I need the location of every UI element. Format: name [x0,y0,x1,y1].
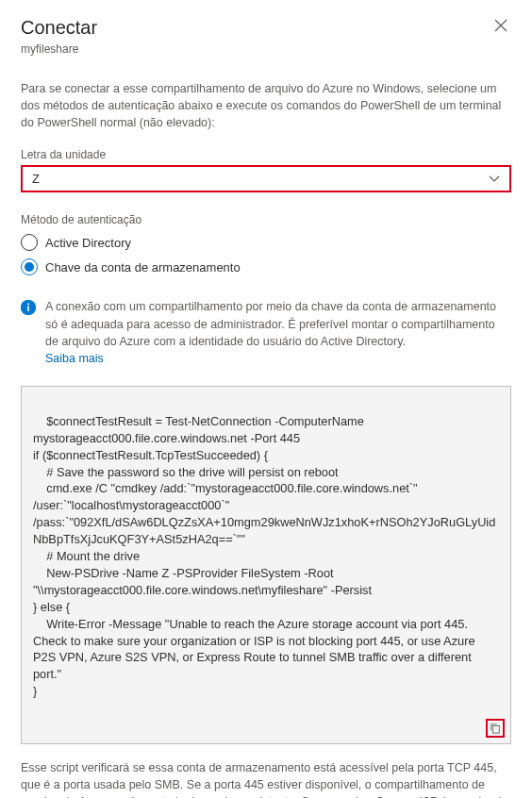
footer-text-a: Esse script verificará se essa conta de … [21,761,508,798]
copy-icon [490,723,501,734]
script-box: $connectTestResult = Test-NetConnection … [21,386,511,744]
radio-icon [21,258,38,275]
radio-icon [21,234,38,251]
script-content: $connectTestResult = Test-NetConnection … [33,414,495,699]
drive-select[interactable]: Z [21,165,511,192]
auth-option-key[interactable]: Chave da conta de armazenamento [21,258,511,275]
svg-rect-3 [492,725,499,733]
auth-option-ad-label: Active Directory [45,236,131,250]
footer-paragraph: Esse script verificará se essa conta de … [21,759,511,798]
panel-title: Conectar [21,17,97,39]
svg-rect-2 [27,304,29,306]
svg-rect-1 [27,307,29,312]
auth-option-key-label: Chave da conta de armazenamento [45,260,241,274]
chevron-down-icon [489,173,500,186]
auth-label: Método de autenticação [21,213,511,226]
close-icon [494,19,507,32]
copy-button[interactable] [486,719,505,738]
learn-more-link[interactable]: Saiba mais [45,352,104,365]
drive-value: Z [32,172,40,186]
drive-label: Letra da unidade [21,148,511,161]
close-button[interactable] [490,17,511,37]
auth-option-ad[interactable]: Active Directory [21,234,511,251]
intro-text: Para se conectar a esse compartilhamento… [21,80,511,131]
panel-subtitle: myfileshare [21,42,97,56]
info-icon [21,300,36,315]
